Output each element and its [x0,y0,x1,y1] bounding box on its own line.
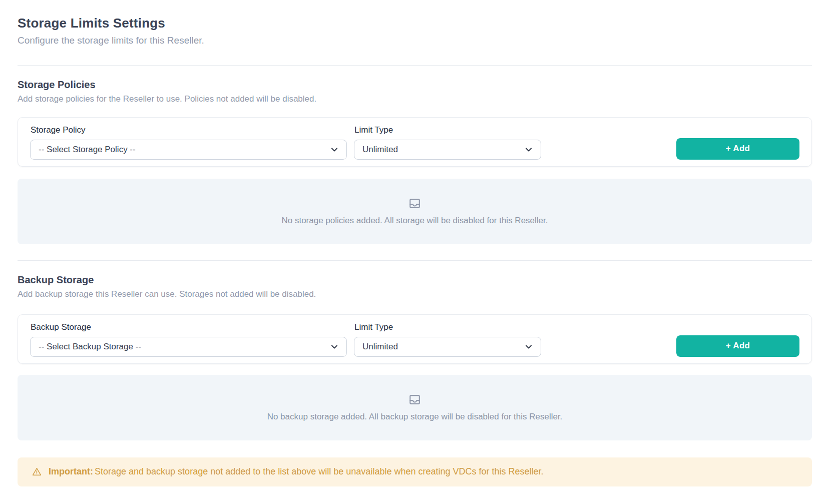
storage-policies-empty-state: No storage policies added. All storage w… [18,179,812,244]
backup-storage-select-value: -- Select Backup Storage -- [39,342,141,352]
storage-limit-type-label: Limit Type [354,125,541,135]
storage-limit-type-select[interactable]: Unlimited [354,140,541,160]
section-divider [18,260,812,261]
storage-policy-select[interactable]: -- Select Storage Policy -- [30,140,347,160]
storage-policies-description: Add storage policies for the Reseller to… [18,94,812,104]
storage-policy-form-card: Storage Policy -- Select Storage Policy … [18,117,812,167]
storage-policy-field: Storage Policy -- Select Storage Policy … [30,125,347,160]
add-backup-storage-button[interactable]: + Add [676,335,799,357]
add-storage-policy-button[interactable]: + Add [676,138,799,160]
backup-limit-type-select[interactable]: Unlimited [354,337,541,357]
backup-storage-empty-state: No backup storage added. All backup stor… [18,375,812,440]
warning-triangle-icon [32,466,42,477]
backup-storage-description: Add backup storage this Reseller can use… [18,289,812,299]
chevron-down-icon [329,342,339,352]
chevron-down-icon [524,145,534,155]
inbox-icon [408,393,422,406]
storage-policy-select-value: -- Select Storage Policy -- [39,145,136,155]
backup-limit-type-select-value: Unlimited [362,342,398,352]
warning-banner: Important:Storage and backup storage not… [18,457,812,486]
backup-limit-type-label: Limit Type [354,322,541,332]
backup-storage-field: Backup Storage -- Select Backup Storage … [30,322,347,357]
backup-limit-type-field: Limit Type Unlimited [354,322,541,357]
section-divider [18,65,812,66]
storage-limits-page: Storage Limits Settings Configure the st… [0,0,833,486]
chevron-down-icon [524,342,534,352]
backup-storage-heading: Backup Storage [18,274,812,286]
warning-banner-text: Important:Storage and backup storage not… [49,466,544,477]
chevron-down-icon [329,145,339,155]
backup-storage-form-card: Backup Storage -- Select Backup Storage … [18,314,812,364]
storage-policies-section: Storage Policies Add storage policies fo… [18,79,812,244]
warning-banner-prefix: Important: [49,466,93,476]
page-subtitle: Configure the storage limits for this Re… [18,35,812,46]
inbox-icon [408,197,422,210]
backup-storage-select[interactable]: -- Select Backup Storage -- [30,337,347,357]
storage-policies-heading: Storage Policies [18,79,812,91]
storage-policies-empty-text: No storage policies added. All storage w… [281,216,548,226]
backup-storage-section: Backup Storage Add backup storage this R… [18,274,812,440]
backup-storage-empty-text: No backup storage added. All backup stor… [267,412,563,422]
backup-storage-label: Backup Storage [31,322,347,332]
page-title: Storage Limits Settings [18,15,812,32]
storage-limit-type-field: Limit Type Unlimited [354,125,541,160]
storage-policy-label: Storage Policy [31,125,347,135]
storage-limit-type-select-value: Unlimited [362,145,398,155]
warning-banner-message: Storage and backup storage not added to … [95,466,544,476]
